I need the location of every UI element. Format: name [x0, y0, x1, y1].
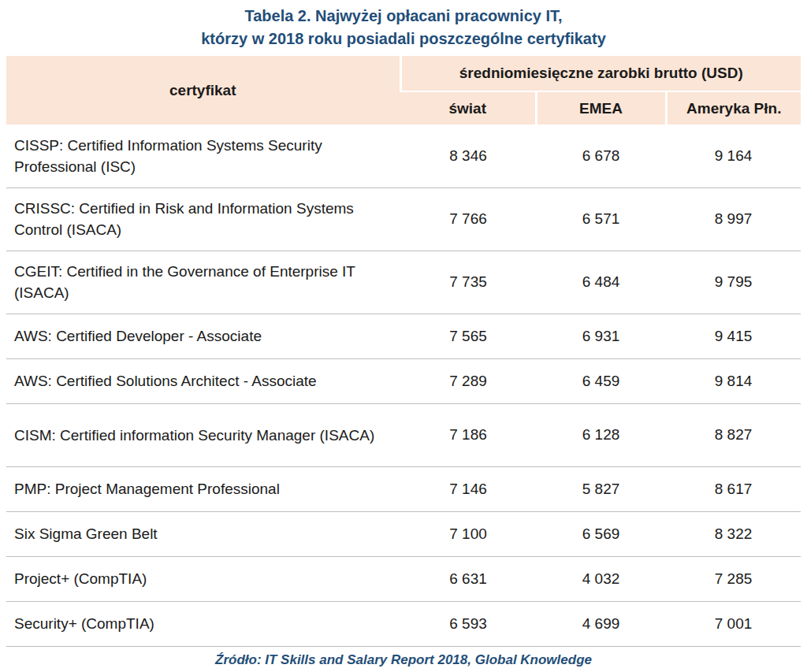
column-header-certyfikat: certyfikat — [6, 56, 400, 124]
salary-north-america: 7 285 — [666, 556, 801, 601]
salary-world: 6 631 — [400, 556, 536, 601]
cert-name: CRISSC: Certified in Risk and Informatio… — [6, 187, 400, 251]
table-title-line1: Tabela 2. Najwyżej opłacani pracownicy I… — [6, 5, 801, 28]
salary-emea: 6 128 — [536, 403, 666, 466]
salary-north-america: 9 814 — [666, 358, 801, 403]
salary-world: 7 735 — [400, 251, 536, 314]
column-header-ameryka-pln: Ameryka Płn. — [666, 91, 801, 124]
salary-world: 6 593 — [400, 601, 536, 646]
cert-name: Six Sigma Green Belt — [6, 511, 400, 556]
salary-north-america: 8 322 — [666, 511, 801, 556]
table-header: certyfikat średniomiesięczne zarobki bru… — [6, 56, 801, 124]
salary-emea: 6 931 — [536, 314, 666, 358]
table-row: CISM: Certified information Security Man… — [6, 403, 801, 466]
source-note: Źródło: IT Skills and Salary Report 2018… — [6, 652, 801, 668]
table-row: CISSP: Certified Information Systems Sec… — [6, 124, 801, 187]
cert-name: CISSP: Certified Information Systems Sec… — [6, 124, 400, 187]
cert-name: PMP: Project Management Professional — [6, 466, 400, 511]
table-row: Security+ (CompTIA) 6 593 4 699 7 001 — [6, 601, 801, 646]
salary-emea: 6 459 — [536, 358, 666, 403]
column-header-emea: EMEA — [536, 91, 666, 124]
cert-name: Project+ (CompTIA) — [6, 556, 400, 601]
cert-name: CISM: Certified information Security Man… — [6, 403, 400, 466]
table-row: Project+ (CompTIA) 6 631 4 032 7 285 — [6, 556, 801, 601]
table-title: Tabela 2. Najwyżej opłacani pracownicy I… — [6, 5, 801, 50]
salary-north-america: 9 164 — [666, 124, 801, 187]
salary-emea: 4 032 — [536, 556, 666, 601]
salary-world: 7 186 — [400, 403, 536, 466]
salary-north-america: 9 415 — [666, 314, 801, 358]
table-title-line2: którzy w 2018 roku posiadali poszczególn… — [6, 28, 801, 50]
salary-emea: 5 827 — [536, 466, 666, 511]
table-row: AWS: Certified Solutions Architect - Ass… — [6, 358, 801, 403]
salary-world: 7 146 — [400, 466, 536, 511]
table-row: Six Sigma Green Belt 7 100 6 569 8 322 — [6, 511, 801, 556]
salary-north-america: 8 617 — [666, 466, 801, 511]
salary-table: certyfikat średniomiesięczne zarobki bru… — [6, 56, 801, 647]
cert-name: AWS: Certified Developer - Associate — [6, 314, 400, 358]
salary-emea: 6 569 — [536, 511, 666, 556]
cert-name: AWS: Certified Solutions Architect - Ass… — [6, 358, 400, 403]
salary-world: 7 100 — [400, 511, 536, 556]
salary-world: 7 565 — [400, 314, 536, 358]
salary-emea: 6 678 — [536, 124, 666, 187]
table-row: CGEIT: Certified in the Governance of En… — [6, 251, 801, 314]
document-page: Tabela 2. Najwyżej opłacani pracownicy I… — [0, 0, 807, 668]
cert-name: Security+ (CompTIA) — [6, 601, 400, 646]
table-row: CRISSC: Certified in Risk and Informatio… — [6, 187, 801, 251]
salary-north-america: 8 997 — [666, 187, 801, 251]
cert-name: CGEIT: Certified in the Governance of En… — [6, 251, 400, 314]
salary-world: 7 766 — [400, 187, 536, 251]
salary-world: 7 289 — [400, 358, 536, 403]
salary-emea: 4 699 — [536, 601, 666, 646]
table-row: PMP: Project Management Professional 7 1… — [6, 466, 801, 511]
salary-world: 8 346 — [400, 124, 536, 187]
salary-emea: 6 484 — [536, 251, 666, 314]
table-row: AWS: Certified Developer - Associate 7 5… — [6, 314, 801, 358]
salary-emea: 6 571 — [536, 187, 666, 251]
salary-north-america: 8 827 — [666, 403, 801, 466]
column-header-swiat: świat — [400, 91, 536, 124]
column-group-header-salary: średniomiesięczne zarobki brutto (USD) — [400, 56, 801, 91]
table-body: CISSP: Certified Information Systems Sec… — [6, 124, 801, 646]
salary-north-america: 9 795 — [666, 251, 801, 314]
salary-north-america: 7 001 — [666, 601, 801, 646]
